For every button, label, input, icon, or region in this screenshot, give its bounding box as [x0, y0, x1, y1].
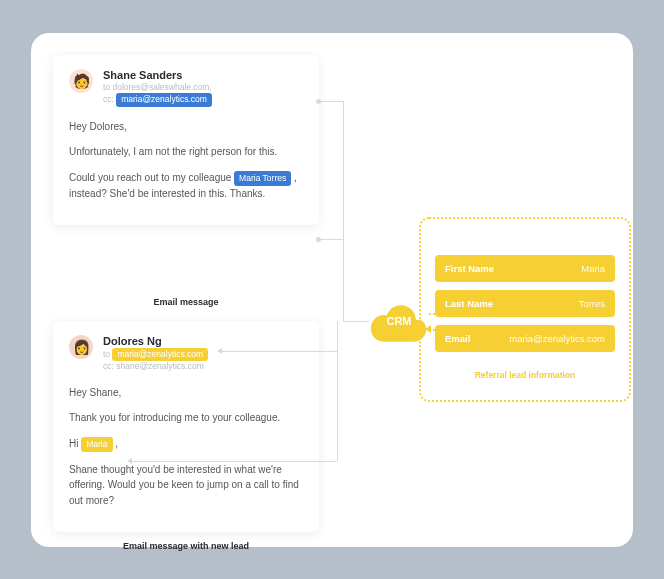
connector	[337, 321, 338, 461]
crm-value: Torres	[579, 298, 605, 309]
email-body: Hey Shane, Thank you for introducing me …	[69, 385, 303, 509]
avatar-shane: 🧑	[69, 69, 93, 93]
cc-email-badge: maria@zenalytics.com	[116, 93, 212, 106]
highlighted-name: Maria Torres	[234, 171, 291, 186]
email2-caption: Email message with new lead	[53, 541, 319, 551]
crm-row-email: Email maria@zenalytics.com	[435, 325, 615, 352]
to-email-badge: maria@zenalytics.com	[112, 348, 208, 361]
greeting: Hey Dolores,	[69, 119, 303, 135]
crm-key: Last Name	[445, 298, 493, 309]
arrow-icon	[217, 348, 222, 354]
email1-caption: Email message	[53, 297, 319, 307]
paragraph: Unfortunately, I am not the right person…	[69, 144, 303, 160]
crm-value: maria@zenalytics.com	[509, 333, 605, 344]
greeting: Hey Shane,	[69, 385, 303, 401]
connector	[131, 461, 337, 462]
email-cc-line: cc: maria@zenalytics.com	[103, 93, 212, 106]
crm-caption: Referral lead information	[435, 370, 615, 380]
paragraph: Could you reach out to my colleague Mari…	[69, 170, 303, 202]
connector	[343, 321, 369, 322]
connector	[221, 351, 337, 352]
sender-name: Dolores Ng	[103, 335, 208, 348]
text: Could you reach out to my colleague	[69, 172, 234, 183]
to-prefix: to	[103, 349, 112, 359]
crm-value: Maria	[581, 263, 605, 274]
sender-name: Shane Sanders	[103, 69, 212, 82]
diagram-canvas: 🧑 Shane Sanders to dolores@saleswhale.co…	[31, 33, 633, 547]
paragraph: Thank you for introducing me to your col…	[69, 410, 303, 426]
avatar-dolores: 👩	[69, 335, 93, 359]
email-to-line: to dolores@saleswhale.com,	[103, 82, 212, 93]
paragraph: Shane thought you'd be interested in wha…	[69, 462, 303, 509]
connector-dot	[316, 99, 321, 104]
crm-row-lastname: Last Name Torres	[435, 290, 615, 317]
crm-panel: First Name Maria Last Name Torres Email …	[419, 217, 631, 402]
crm-key: First Name	[445, 263, 494, 274]
connector	[343, 101, 344, 321]
email-body: Hey Dolores, Unfortunately, I am not the…	[69, 119, 303, 202]
email-header: 🧑 Shane Sanders to dolores@saleswhale.co…	[69, 69, 303, 107]
crm-label: CRM	[369, 315, 429, 327]
email-header: 👩 Dolores Ng to maria@zenalytics.com cc:…	[69, 335, 303, 373]
email-to-line: to maria@zenalytics.com	[103, 348, 208, 361]
email-card-1: 🧑 Shane Sanders to dolores@saleswhale.co…	[53, 55, 319, 226]
arrow-icon	[127, 458, 132, 464]
crm-key: Email	[445, 333, 470, 344]
connector	[319, 101, 343, 102]
cc-prefix: cc:	[103, 94, 116, 104]
email-cc-line: cc: shane@zenalytics.com	[103, 361, 208, 372]
connector	[319, 239, 343, 240]
paragraph: Hi Maria ,	[69, 436, 303, 452]
email-card-2: 👩 Dolores Ng to maria@zenalytics.com cc:…	[53, 321, 319, 533]
crm-connector	[429, 329, 447, 331]
connector-dot	[316, 237, 321, 242]
text: ,	[113, 438, 119, 449]
highlighted-name: Maria	[81, 437, 112, 452]
crm-row-firstname: First Name Maria	[435, 255, 615, 282]
crm-connector-dot	[445, 310, 451, 316]
text: Hi	[69, 438, 81, 449]
